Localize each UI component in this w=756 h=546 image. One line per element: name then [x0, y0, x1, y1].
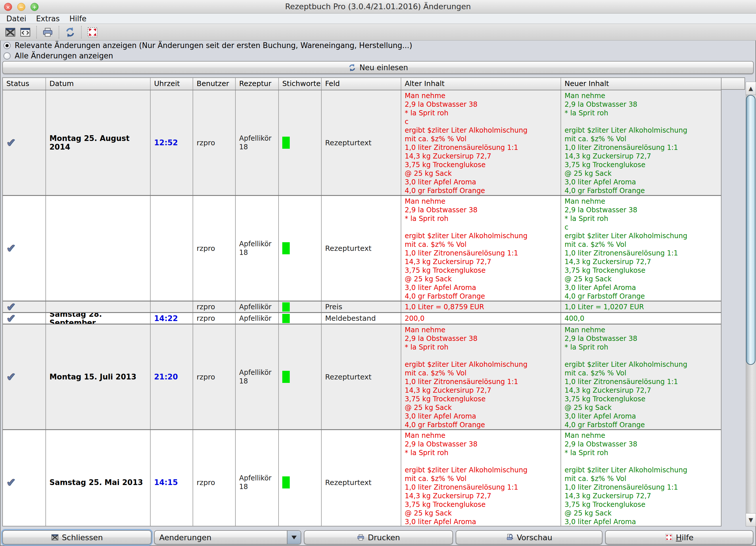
feld-cell: Rezepturtext: [322, 325, 401, 429]
feld-cell: Meldebestand: [322, 313, 401, 324]
rezeptur-cell: Apfellikör 18: [236, 430, 279, 526]
chevron-down-icon: [291, 536, 297, 539]
datum-cell: Montag 15. Juli 2013: [46, 325, 151, 429]
close-button[interactable]: Schliessen: [2, 530, 151, 545]
scrollbar-thumb[interactable]: [746, 95, 755, 365]
toolbar-print-button[interactable]: [41, 26, 54, 39]
uhrzeit-cell: 14:22: [151, 313, 193, 324]
feld-cell: Rezepturtext: [322, 196, 401, 301]
menubar: Datei Extras Hilfe: [0, 14, 756, 24]
help-button[interactable]: Hilfe: [605, 530, 753, 545]
column-header-datum[interactable]: Datum: [46, 78, 151, 90]
radio-relevant-changes[interactable]: Relevante Änderungen anzeigen (Nur Änder…: [0, 40, 756, 51]
table-row[interactable]: ✔rzproApfellikörPreis1,0 Liter = 0,8759 …: [3, 302, 721, 313]
checkmark-icon: ✔: [6, 371, 16, 383]
table-row[interactable]: ✔Samstag 25. Mai 201314:15rzproApfellikö…: [3, 430, 721, 526]
table-header: StatusDatumUhrzeitBenutzerRezepturStichw…: [3, 78, 721, 90]
column-header-rezeptur[interactable]: Rezeptur: [236, 78, 279, 90]
stichworte-cell: [279, 302, 322, 312]
scroll-down-button[interactable]: ▼: [746, 513, 756, 526]
feld-cell: Rezepturtext: [322, 90, 401, 195]
neuer-inhalt-cell: Man nehme 2,9 la Obstwasser 38 * la Spri…: [561, 430, 721, 526]
neuer-inhalt-cell: 1,0 Liter = 1,0207 EUR: [561, 302, 721, 312]
stichwort-badge: [282, 314, 290, 323]
neuer-inhalt-cell: 400,0: [561, 313, 721, 324]
table-header-filler: [722, 77, 745, 90]
print-button[interactable]: Drucken: [304, 530, 453, 545]
table-row[interactable]: ✔Montag 15. Juli 201321:20rzproApfellikö…: [3, 325, 721, 430]
close-button-label: Schliessen: [62, 533, 103, 542]
table-row[interactable]: ✔rzproApfellikör 18RezepturtextMan nehme…: [3, 196, 721, 302]
datum-cell: Samstag 25. Mai 2013: [46, 430, 151, 526]
stichworte-cell: [279, 430, 322, 526]
column-header-feld[interactable]: Feld: [322, 78, 401, 90]
menu-extras[interactable]: Extras: [36, 14, 60, 23]
toolbar-refresh-button[interactable]: [64, 26, 77, 39]
stichwort-badge: [282, 137, 290, 149]
toolbar-close-window-button[interactable]: [4, 26, 17, 39]
rezeptur-cell: Apfellikör 18: [236, 196, 279, 301]
column-header-stichworte[interactable]: Stichworte: [279, 78, 322, 90]
reload-button[interactable]: Neu einlesen: [2, 61, 754, 74]
footer-bar: Schliessen Aenderungen Drucken Vorschau …: [0, 529, 756, 546]
checkmark-icon: ✔: [6, 302, 16, 312]
stichworte-cell: [279, 325, 322, 429]
rezeptur-cell: Apfellikör: [236, 302, 279, 312]
table-row[interactable]: ✔Samstag 28. September14:22rzproApfellik…: [3, 313, 721, 325]
scroll-up-button[interactable]: ▲: [746, 82, 756, 95]
alter-inhalt-cell: 200,0: [401, 313, 561, 324]
radio-all-button[interactable]: [3, 52, 11, 60]
print-button-label: Drucken: [368, 533, 400, 542]
stichwort-badge: [282, 302, 290, 312]
status-cell: ✔: [3, 196, 46, 301]
benutzer-cell: rzpro: [193, 325, 236, 429]
scroll-up-arrow-icon: ▲: [749, 85, 753, 92]
radio-relevant-button[interactable]: [3, 42, 11, 49]
filter-section: Relevante Änderungen anzeigen (Nur Änder…: [0, 40, 756, 61]
benutzer-cell: rzpro: [193, 196, 236, 301]
column-header-neuer-inhalt[interactable]: Neuer Inhalt: [561, 78, 721, 90]
changes-type-select[interactable]: Aenderungen: [154, 530, 301, 545]
menu-datei[interactable]: Datei: [6, 14, 26, 23]
column-header-benutzer[interactable]: Benutzer: [193, 78, 236, 90]
reload-button-label: Neu einlesen: [359, 63, 408, 72]
checkmark-icon: ✔: [6, 242, 16, 254]
benutzer-cell: rzpro: [193, 313, 236, 324]
checkmark-icon: ✔: [6, 313, 16, 324]
neuer-inhalt-cell: Man nehme 2,9 la Obstwasser 38 * la Spri…: [561, 325, 721, 429]
uhrzeit-cell: 21:20: [151, 325, 193, 429]
toolbar: [0, 24, 756, 41]
toolbar-separator: [81, 26, 82, 39]
refresh-icon: [348, 63, 356, 72]
combo-arrow-button[interactable]: [287, 531, 301, 544]
column-header-alter-inhalt[interactable]: Alter Inhalt: [401, 78, 561, 90]
feld-cell: Preis: [322, 302, 401, 312]
uhrzeit-cell: 12:52: [151, 90, 193, 195]
status-cell: ✔: [3, 90, 46, 195]
datum-cell: Montag 25. August 2014: [46, 90, 151, 195]
radio-all-changes[interactable]: Alle Änderungen anzeigen: [0, 51, 756, 61]
menu-hilfe[interactable]: Hilfe: [70, 14, 87, 23]
radio-all-label: Alle Änderungen anzeigen: [15, 51, 113, 60]
toolbar-window-button[interactable]: [19, 26, 32, 39]
toolbar-help-button[interactable]: [86, 26, 99, 39]
stichworte-cell: [279, 90, 322, 195]
vertical-scrollbar[interactable]: ▲ ▼: [746, 82, 756, 526]
table-row[interactable]: ✔Montag 25. August 201412:52rzproApfelli…: [3, 90, 721, 196]
close-window-icon: [5, 26, 16, 38]
uhrzeit-cell: [151, 196, 193, 301]
preview-button[interactable]: Vorschau: [456, 530, 603, 545]
close-window-icon: [51, 533, 59, 541]
print-icon: [357, 533, 365, 541]
window-restore-icon: [20, 26, 31, 38]
column-header-uhrzeit[interactable]: Uhrzeit: [151, 78, 193, 90]
alter-inhalt-cell: Man nehme 2,9 la Obstwasser 38 * la Spri…: [401, 325, 561, 429]
uhrzeit-cell: [151, 302, 193, 312]
benutzer-cell: rzpro: [193, 430, 236, 526]
datum-cell: Samstag 28. September: [46, 313, 151, 324]
neuer-inhalt-cell: Man nehme 2,9 la Obstwasser 38 * la Spri…: [561, 90, 721, 195]
datum-cell: [46, 196, 151, 301]
checkmark-icon: ✔: [6, 137, 16, 148]
column-header-status[interactable]: Status: [3, 78, 46, 90]
window-title: Rezeptbuch Pro (3.0.4/21.01.2016) Änderu…: [0, 0, 756, 13]
